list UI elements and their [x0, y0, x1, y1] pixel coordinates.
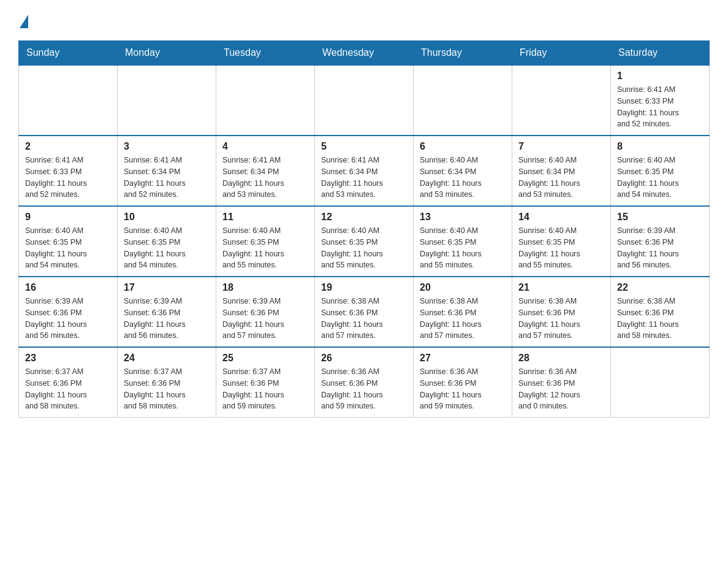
calendar-cell: 19Sunrise: 6:38 AM Sunset: 6:36 PM Dayli…	[315, 277, 414, 347]
day-info: Sunrise: 6:38 AM Sunset: 6:36 PM Dayligh…	[518, 296, 604, 342]
day-number: 15	[617, 212, 703, 223]
day-number: 20	[420, 282, 506, 293]
calendar-cell: 18Sunrise: 6:39 AM Sunset: 6:36 PM Dayli…	[216, 277, 315, 347]
calendar-cell: 22Sunrise: 6:38 AM Sunset: 6:36 PM Dayli…	[611, 277, 710, 347]
day-info: Sunrise: 6:41 AM Sunset: 6:34 PM Dayligh…	[321, 155, 407, 201]
day-number: 26	[321, 353, 407, 364]
page-header	[18, 12, 710, 28]
calendar-table: SundayMondayTuesdayWednesdayThursdayFrid…	[18, 40, 710, 418]
day-number: 19	[321, 282, 407, 293]
logo-triangle-icon	[20, 15, 28, 28]
calendar-cell	[512, 65, 611, 136]
calendar-cell: 15Sunrise: 6:39 AM Sunset: 6:36 PM Dayli…	[611, 206, 710, 277]
day-number: 3	[124, 141, 210, 152]
calendar-cell: 11Sunrise: 6:40 AM Sunset: 6:35 PM Dayli…	[216, 206, 315, 277]
day-info: Sunrise: 6:38 AM Sunset: 6:36 PM Dayligh…	[617, 296, 703, 342]
calendar-cell	[414, 65, 512, 136]
day-info: Sunrise: 6:39 AM Sunset: 6:36 PM Dayligh…	[25, 296, 111, 342]
day-number: 24	[124, 353, 210, 364]
calendar-cell	[315, 65, 414, 136]
day-info: Sunrise: 6:40 AM Sunset: 6:34 PM Dayligh…	[420, 155, 506, 201]
week-row-2: 2Sunrise: 6:41 AM Sunset: 6:33 PM Daylig…	[19, 136, 710, 206]
calendar-cell: 8Sunrise: 6:40 AM Sunset: 6:35 PM Daylig…	[611, 136, 710, 206]
day-info: Sunrise: 6:36 AM Sunset: 6:36 PM Dayligh…	[518, 366, 604, 412]
weekday-header-thursday: Thursday	[414, 41, 512, 66]
day-number: 23	[25, 353, 111, 364]
weekday-header-tuesday: Tuesday	[216, 41, 315, 66]
calendar-cell: 21Sunrise: 6:38 AM Sunset: 6:36 PM Dayli…	[512, 277, 611, 347]
weekday-header-saturday: Saturday	[611, 41, 710, 66]
calendar-cell: 27Sunrise: 6:36 AM Sunset: 6:36 PM Dayli…	[414, 347, 512, 418]
calendar-cell	[611, 347, 710, 418]
day-number: 4	[222, 141, 308, 152]
day-info: Sunrise: 6:40 AM Sunset: 6:35 PM Dayligh…	[321, 225, 407, 271]
day-info: Sunrise: 6:38 AM Sunset: 6:36 PM Dayligh…	[420, 296, 506, 342]
day-info: Sunrise: 6:40 AM Sunset: 6:35 PM Dayligh…	[420, 225, 506, 271]
day-number: 1	[617, 71, 703, 82]
calendar-cell: 4Sunrise: 6:41 AM Sunset: 6:34 PM Daylig…	[216, 136, 315, 206]
day-number: 22	[617, 282, 703, 293]
calendar-cell: 17Sunrise: 6:39 AM Sunset: 6:36 PM Dayli…	[118, 277, 216, 347]
calendar-cell	[118, 65, 216, 136]
day-info: Sunrise: 6:39 AM Sunset: 6:36 PM Dayligh…	[124, 296, 210, 342]
calendar-cell: 16Sunrise: 6:39 AM Sunset: 6:36 PM Dayli…	[19, 277, 118, 347]
day-info: Sunrise: 6:40 AM Sunset: 6:35 PM Dayligh…	[518, 225, 604, 271]
calendar-cell: 28Sunrise: 6:36 AM Sunset: 6:36 PM Dayli…	[512, 347, 611, 418]
day-info: Sunrise: 6:40 AM Sunset: 6:35 PM Dayligh…	[124, 225, 210, 271]
weekday-header-friday: Friday	[512, 41, 611, 66]
day-info: Sunrise: 6:38 AM Sunset: 6:36 PM Dayligh…	[321, 296, 407, 342]
calendar-cell: 3Sunrise: 6:41 AM Sunset: 6:34 PM Daylig…	[118, 136, 216, 206]
day-info: Sunrise: 6:37 AM Sunset: 6:36 PM Dayligh…	[124, 366, 210, 412]
day-number: 25	[222, 353, 308, 364]
calendar-cell: 10Sunrise: 6:40 AM Sunset: 6:35 PM Dayli…	[118, 206, 216, 277]
calendar-cell: 20Sunrise: 6:38 AM Sunset: 6:36 PM Dayli…	[414, 277, 512, 347]
day-number: 14	[518, 212, 604, 223]
weekday-header-monday: Monday	[118, 41, 216, 66]
calendar-cell: 13Sunrise: 6:40 AM Sunset: 6:35 PM Dayli…	[414, 206, 512, 277]
day-info: Sunrise: 6:39 AM Sunset: 6:36 PM Dayligh…	[222, 296, 308, 342]
day-number: 2	[25, 141, 111, 152]
logo	[18, 12, 28, 28]
day-number: 9	[25, 212, 111, 223]
day-info: Sunrise: 6:40 AM Sunset: 6:35 PM Dayligh…	[617, 155, 703, 201]
day-info: Sunrise: 6:36 AM Sunset: 6:36 PM Dayligh…	[420, 366, 506, 412]
week-row-1: 1Sunrise: 6:41 AM Sunset: 6:33 PM Daylig…	[19, 65, 710, 136]
day-number: 10	[124, 212, 210, 223]
day-number: 16	[25, 282, 111, 293]
day-info: Sunrise: 6:36 AM Sunset: 6:36 PM Dayligh…	[321, 366, 407, 412]
day-info: Sunrise: 6:40 AM Sunset: 6:34 PM Dayligh…	[518, 155, 604, 201]
calendar-cell: 9Sunrise: 6:40 AM Sunset: 6:35 PM Daylig…	[19, 206, 118, 277]
day-number: 5	[321, 141, 407, 152]
day-number: 13	[420, 212, 506, 223]
day-info: Sunrise: 6:41 AM Sunset: 6:33 PM Dayligh…	[25, 155, 111, 201]
day-number: 17	[124, 282, 210, 293]
calendar-cell	[19, 65, 118, 136]
calendar-cell: 1Sunrise: 6:41 AM Sunset: 6:33 PM Daylig…	[611, 65, 710, 136]
calendar-cell: 24Sunrise: 6:37 AM Sunset: 6:36 PM Dayli…	[118, 347, 216, 418]
calendar-cell: 12Sunrise: 6:40 AM Sunset: 6:35 PM Dayli…	[315, 206, 414, 277]
day-number: 21	[518, 282, 604, 293]
calendar-cell: 14Sunrise: 6:40 AM Sunset: 6:35 PM Dayli…	[512, 206, 611, 277]
day-number: 27	[420, 353, 506, 364]
day-info: Sunrise: 6:41 AM Sunset: 6:34 PM Dayligh…	[124, 155, 210, 201]
day-info: Sunrise: 6:41 AM Sunset: 6:34 PM Dayligh…	[222, 155, 308, 201]
day-number: 6	[420, 141, 506, 152]
day-number: 11	[222, 212, 308, 223]
week-row-3: 9Sunrise: 6:40 AM Sunset: 6:35 PM Daylig…	[19, 206, 710, 277]
weekday-header-sunday: Sunday	[19, 41, 118, 66]
weekday-header-row: SundayMondayTuesdayWednesdayThursdayFrid…	[19, 41, 710, 66]
day-info: Sunrise: 6:40 AM Sunset: 6:35 PM Dayligh…	[222, 225, 308, 271]
week-row-4: 16Sunrise: 6:39 AM Sunset: 6:36 PM Dayli…	[19, 277, 710, 347]
day-info: Sunrise: 6:41 AM Sunset: 6:33 PM Dayligh…	[617, 84, 703, 130]
calendar-cell: 25Sunrise: 6:37 AM Sunset: 6:36 PM Dayli…	[216, 347, 315, 418]
calendar-cell: 6Sunrise: 6:40 AM Sunset: 6:34 PM Daylig…	[414, 136, 512, 206]
day-number: 8	[617, 141, 703, 152]
day-number: 18	[222, 282, 308, 293]
week-row-5: 23Sunrise: 6:37 AM Sunset: 6:36 PM Dayli…	[19, 347, 710, 418]
calendar-cell: 5Sunrise: 6:41 AM Sunset: 6:34 PM Daylig…	[315, 136, 414, 206]
calendar-cell: 7Sunrise: 6:40 AM Sunset: 6:34 PM Daylig…	[512, 136, 611, 206]
weekday-header-wednesday: Wednesday	[315, 41, 414, 66]
calendar-cell: 2Sunrise: 6:41 AM Sunset: 6:33 PM Daylig…	[19, 136, 118, 206]
day-number: 12	[321, 212, 407, 223]
calendar-cell: 26Sunrise: 6:36 AM Sunset: 6:36 PM Dayli…	[315, 347, 414, 418]
